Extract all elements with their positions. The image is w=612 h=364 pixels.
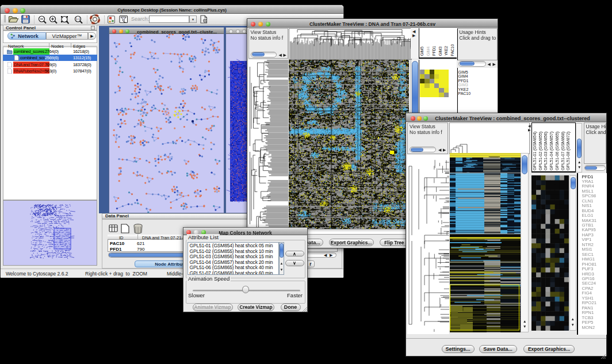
svg-text:1:1: 1:1 [76,17,80,21]
